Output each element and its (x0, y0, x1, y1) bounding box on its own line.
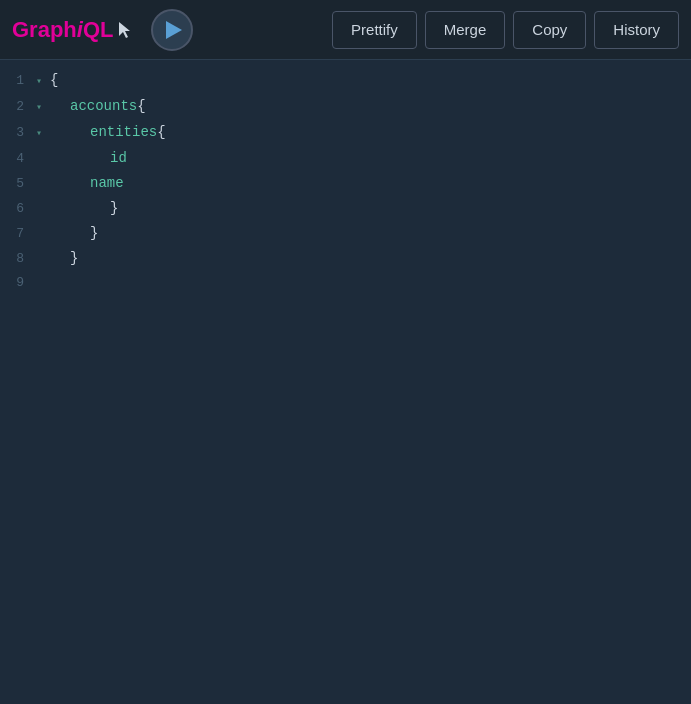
table-row: 5name (0, 171, 691, 196)
history-button[interactable]: History (594, 11, 679, 49)
code-token: accounts (70, 94, 137, 118)
line-number: 3 (0, 121, 36, 145)
table-row: 9 (0, 271, 691, 295)
table-row: 6} (0, 196, 691, 221)
copy-button[interactable]: Copy (513, 11, 586, 49)
line-number: 1 (0, 69, 36, 93)
table-row: 4id (0, 146, 691, 171)
logo-text: GraphiQL (12, 17, 113, 43)
line-number: 4 (0, 147, 36, 171)
prettify-button[interactable]: Prettify (332, 11, 417, 49)
code-token: { (157, 120, 165, 144)
fold-arrow[interactable]: ▾ (36, 122, 48, 146)
table-row: 7} (0, 221, 691, 246)
play-icon (166, 21, 182, 39)
merge-button[interactable]: Merge (425, 11, 506, 49)
code-editor[interactable]: 1▾{2▾accounts {3▾entities {4id5name6}7}8… (0, 60, 691, 704)
code-token: name (90, 171, 124, 195)
line-number: 2 (0, 95, 36, 119)
table-row: 2▾accounts { (0, 94, 691, 120)
fold-arrow[interactable]: ▾ (36, 96, 48, 120)
fold-arrow[interactable]: ▾ (36, 70, 48, 94)
code-token: } (110, 196, 118, 220)
logo-ql: QL (83, 17, 114, 42)
code-token: { (137, 94, 145, 118)
line-number: 5 (0, 172, 36, 196)
cursor-icon (117, 20, 131, 40)
code-token: } (90, 221, 98, 245)
line-number: 9 (0, 271, 36, 295)
table-row: 3▾entities { (0, 120, 691, 146)
code-token: { (50, 68, 58, 92)
code-token: id (110, 146, 127, 170)
app-logo: GraphiQL (12, 17, 131, 43)
line-number: 8 (0, 247, 36, 271)
code-token: } (70, 246, 78, 270)
line-number: 6 (0, 197, 36, 221)
run-button[interactable] (151, 9, 193, 51)
toolbar: GraphiQL Prettify Merge Copy History (0, 0, 691, 60)
table-row: 8} (0, 246, 691, 271)
code-token: entities (90, 120, 157, 144)
logo-graph: Graph (12, 17, 77, 42)
table-row: 1▾{ (0, 68, 691, 94)
line-number: 7 (0, 222, 36, 246)
